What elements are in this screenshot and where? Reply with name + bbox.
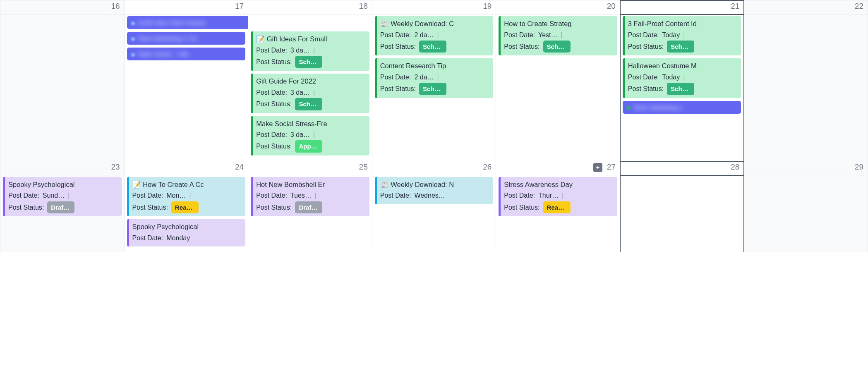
event-title: Content Research Tip [380, 61, 490, 72]
date-number: 26 [483, 163, 492, 172]
status-badge: Read… [543, 201, 571, 214]
event-card[interactable]: Halloween Costume M Post Date: Today | P… [623, 58, 741, 98]
calendar-cell-27-header[interactable]: + 27 [496, 161, 620, 175]
event-card[interactable]: Content Research Tip Post Date: 2 da… | … [375, 58, 494, 98]
event-title: Gift Guide For 2022 [256, 76, 366, 87]
status-badge: Sche… [667, 83, 694, 95]
date-number: 19 [483, 2, 492, 11]
date-number: 27 [607, 163, 616, 172]
event-title: How to Create Strateg [504, 19, 614, 29]
event-title: Stress Awareness Day [504, 179, 614, 190]
event-card[interactable]: 📝 How To Create A Cc Post Date: Mon… | P… [127, 177, 246, 216]
event-title: 📰 Weekly Download: C [380, 19, 490, 29]
event-title: Hot New Bombshell Er [256, 179, 366, 190]
date-number: 17 [235, 2, 244, 11]
date-number: 22 [855, 2, 863, 11]
calendar-cell-24[interactable]: 📝 How To Create A Cc Post Date: Mon… | P… [125, 175, 249, 252]
calendar-cell-19[interactable]: 📰 Weekly Download: C Post Date: 2 da… | … [372, 14, 496, 161]
event-title: Halloween Costume M [628, 61, 738, 72]
event-title: Spooky Psychological [132, 222, 242, 232]
calendar-cell-20[interactable]: How to Create Strateg Post Date: Yest… |… [496, 14, 620, 161]
calendar-cell-29-header[interactable]: 29 [744, 161, 868, 175]
calendar-cell-19-header[interactable]: 19 [372, 0, 496, 14]
event-card[interactable]: Make Social Stress-Fre Post Date: 3 da… … [251, 116, 369, 155]
calendar-cell-17-header[interactable]: 17 [125, 0, 249, 14]
redacted-event[interactable]: Team Marketing x Txt [127, 32, 246, 45]
calendar-cell-26[interactable]: 📰 Weekly Download: N Post Date: Wednes… [372, 175, 496, 252]
event-card[interactable]: 📰 Weekly Download: N Post Date: Wednes… [375, 177, 494, 204]
event-title: Spooky Psychological [8, 179, 118, 190]
calendar-cell-24-header[interactable]: 24 [125, 161, 249, 175]
calendar-cell-17[interactable]: LEAD New Client Inquiry Team Marketing x… [125, 14, 249, 161]
event-card[interactable]: Hot New Bombshell Er Post Date: Tues… | … [251, 177, 369, 216]
date-number: 20 [607, 2, 616, 11]
event-card[interactable]: 📝 Gift Ideas For Small Post Date: 3 da… … [251, 31, 369, 71]
post-date-value: 3 da… [290, 45, 310, 56]
calendar-cell-25[interactable]: Hot New Bombshell Er Post Date: Tues… | … [248, 175, 372, 252]
post-date-label: Post Date: [256, 45, 287, 56]
calendar-grid: 16 17 18 19 20 21 22 LEAD New Client Inq… [0, 0, 868, 252]
calendar-cell-26-header[interactable]: 26 [372, 161, 496, 175]
redacted-event[interactable]: Topic Check – Info [127, 48, 246, 60]
status-badge: Sche… [419, 41, 446, 53]
event-card[interactable]: Gift Guide For 2022 Post Date: 3 da… | P… [251, 74, 369, 113]
date-number: 23 [111, 163, 120, 172]
calendar-cell-23[interactable]: Spooky Psychological Post Date: Sund… | … [0, 175, 125, 252]
calendar-cell-28-header[interactable]: 28 [620, 161, 744, 175]
event-title: 📰 Weekly Download: N [380, 179, 490, 190]
event-card[interactable]: Spooky Psychological Post Date: Monday [127, 219, 246, 246]
event-card[interactable]: Stress Awareness Day Post Date: Thur… | … [499, 177, 617, 216]
calendar-cell-23-header[interactable]: 23 [0, 161, 125, 175]
status-badge: Sche… [419, 83, 446, 95]
date-number: 28 [731, 163, 739, 172]
calendar-cell-22[interactable] [744, 14, 868, 161]
status-badge: Sche… [667, 41, 694, 53]
separator: | [313, 45, 315, 56]
status-badge: Draft… [295, 201, 322, 214]
event-card[interactable]: Spooky Psychological Post Date: Sund… | … [3, 177, 122, 216]
event-card[interactable]: How to Create Strateg Post Date: Yest… |… [499, 16, 617, 55]
event-title: 📝 Gift Ideas For Small [256, 34, 366, 45]
date-number: 16 [111, 2, 120, 11]
status-badge: Appr… [295, 140, 322, 153]
calendar-cell-25-header[interactable]: 25 [248, 161, 372, 175]
calendar-cell-16-header[interactable]: 16 [0, 0, 125, 14]
calendar-cell-27[interactable]: Stress Awareness Day Post Date: Thur… | … [496, 175, 620, 252]
calendar-cell-21-header[interactable]: 21 [620, 0, 744, 14]
event-title: 📝 How To Create A Cc [132, 179, 242, 190]
calendar-cell-21[interactable]: 3 Fail-Proof Content Id Post Date: Today… [620, 14, 744, 161]
event-card[interactable]: 3 Fail-Proof Content Id Post Date: Today… [623, 16, 741, 55]
date-number: 29 [855, 163, 863, 172]
date-number: 21 [731, 2, 739, 11]
date-number: 24 [235, 163, 244, 172]
event-card[interactable]: 📰 Weekly Download: C Post Date: 2 da… | … [375, 16, 494, 55]
post-status-label: Post Status: [256, 56, 292, 67]
status-badge: Sche… [295, 56, 322, 68]
calendar-cell-28[interactable] [620, 175, 744, 252]
calendar-cell-29[interactable] [744, 175, 868, 252]
redacted-event[interactable]: Team Marketing x [623, 101, 741, 114]
calendar-cell-16[interactable] [0, 14, 125, 161]
event-title: Make Social Stress-Fre [256, 119, 366, 129]
date-number: 25 [359, 163, 368, 172]
redacted-event[interactable]: LEAD New Client Inquiry [127, 16, 249, 29]
calendar-cell-18-header[interactable]: 18 [248, 0, 372, 14]
plus-icon: + [596, 164, 599, 170]
status-badge: Read… [171, 201, 199, 214]
event-title: 3 Fail-Proof Content Id [628, 19, 738, 29]
calendar-cell-20-header[interactable]: 20 [496, 0, 620, 14]
calendar-cell-18[interactable]: 📝 Gift Ideas For Small Post Date: 3 da… … [248, 14, 372, 161]
status-badge: Sche… [295, 98, 322, 110]
status-badge: Sche… [543, 41, 571, 53]
add-event-button[interactable]: + [593, 163, 602, 172]
calendar-cell-22-header[interactable]: 22 [744, 0, 868, 14]
status-badge: Draft… [47, 201, 74, 214]
date-number: 18 [359, 2, 368, 11]
